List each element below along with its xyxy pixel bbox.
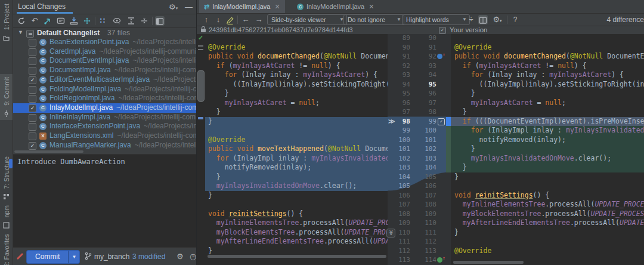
rollback-icon[interactable]: ↶ <box>30 16 39 26</box>
code-line-102: } <box>451 144 644 154</box>
file-row-DocumentEventImpl.java[interactable]: CDocumentEventImpl.java~/IdeaProjects/in… <box>13 56 196 66</box>
history-clock-icon[interactable]: ◷ <box>190 252 196 261</box>
diff-settings-gear-icon[interactable]: ⚙▾ <box>493 15 502 24</box>
file-checkbox[interactable]: ✓ <box>29 76 36 84</box>
commit-dropdown-arrow[interactable]: ▼ <box>68 251 79 263</box>
commit-button-label[interactable]: Commit <box>27 251 68 263</box>
close-icon[interactable]: ✕ <box>369 3 374 11</box>
file-row-LangExtensions.xml[interactable]: XLangExtensions.xml~/IdeaProjects/intell… <box>13 131 196 141</box>
file-row-FoldingModelImpl.java[interactable]: CFoldingModelImpl.java~/IdeaProjects/int… <box>13 85 196 94</box>
changelist-comment-icon[interactable] <box>56 16 66 26</box>
file-row-BeanExtensionPoint.java[interactable]: CBeanExtensionPoint.java~/IdeaProjects/i… <box>13 38 196 47</box>
overriding-method-icon[interactable] <box>437 54 442 59</box>
line-number: 91 <box>388 52 410 61</box>
hide-panel-icon[interactable]: — <box>185 2 193 11</box>
code-cleanup-brush-icon[interactable] <box>17 253 23 260</box>
tab-diff-inlaymodelimpl[interactable]: ⇄ InlayModelImpl.java ✕ <box>199 0 285 13</box>
line-number: 103 <box>415 154 436 164</box>
inspections-ok-icon: ✓ <box>198 34 203 42</box>
refresh-icon[interactable] <box>17 16 26 26</box>
stripe-commit-label: 9: Commit <box>3 77 10 106</box>
stripe-item-project[interactable]: 1: Project <box>0 4 13 41</box>
differences-count: 4 differences <box>607 16 644 24</box>
stripe-item-npm[interactable]: npm <box>0 205 13 229</box>
jump-to-source-pencil-icon[interactable] <box>225 15 235 24</box>
details-panel-icon[interactable] <box>155 16 165 26</box>
show-diff-icon[interactable] <box>43 16 52 26</box>
local-changes-panel: Local Changes ⚙▾ — ↶ ∷ <box>13 0 197 265</box>
file-row-InlayModelImpl.java[interactable]: ✓CInlayModelImpl.java~/IdeaProjects/inte… <box>13 103 196 113</box>
file-checkbox[interactable]: ✓ <box>29 142 36 150</box>
tab-local-changes[interactable]: Local Changes <box>18 2 66 11</box>
next-difference-divider-icon[interactable]: ≫ <box>386 229 395 238</box>
commit-message-editor[interactable]: Introduce DumbAwareAction <box>13 154 196 248</box>
file-checkbox[interactable] <box>29 39 36 47</box>
file-row-CaretImpl.java[interactable]: CCaretImpl.java~/IdeaProjects/intellij-c… <box>13 47 196 57</box>
previous-difference-icon[interactable]: ← <box>241 15 250 24</box>
close-icon[interactable]: ✕ <box>274 3 280 11</box>
java-class-icon: C <box>39 142 47 149</box>
file-checkbox[interactable] <box>29 132 36 140</box>
implementing-method-icon[interactable] <box>437 257 442 263</box>
file-checkbox[interactable] <box>29 114 36 122</box>
modified-count[interactable]: 3 modified <box>132 252 165 261</box>
code-line-113: @Override <box>451 246 644 256</box>
file-row-EditorEventMulticasterImpl.java[interactable]: ✓CEditorEventMulticasterImpl.java~/IdeaP… <box>13 75 196 85</box>
npm-icon <box>3 222 10 229</box>
code-line-89 <box>205 34 388 43</box>
move-to-changelist-icon[interactable] <box>82 16 92 26</box>
help-icon[interactable]: ? <box>510 15 520 24</box>
file-checkbox[interactable] <box>29 123 36 131</box>
settings-gear-icon[interactable]: ⚙ <box>177 252 184 261</box>
right-horizontal-scrollbar[interactable] <box>453 261 524 264</box>
previous-change-icon[interactable]: ↑ <box>202 15 211 24</box>
right-editor[interactable]: @Overridepublic void documentChanged(@No… <box>451 34 644 265</box>
file-checkbox[interactable]: ✓ <box>29 104 36 112</box>
sync-panels-icon[interactable] <box>478 15 488 24</box>
java-class-icon: C <box>39 123 47 130</box>
left-editor-scroll-stripe[interactable]: ✓ <box>197 34 205 265</box>
file-row-FoldRegionImpl.java[interactable]: CFoldRegionImpl.java~/IdeaProjects/intel… <box>13 94 196 103</box>
viewer-mode-dropdown[interactable]: Side-by-side viewer▼ <box>267 14 347 25</box>
branch-name[interactable]: my_branch <box>94 252 129 261</box>
stripe-item-favorites[interactable]: 2: Favorites ★ <box>0 234 13 265</box>
file-name: CaretImpl.java~/IdeaProjects/intellij-co… <box>49 47 196 57</box>
stripe-item-commit[interactable]: 9: Commit <box>0 74 13 120</box>
collapse-unchanged-icon[interactable]: ÷ <box>466 15 476 24</box>
tab-file-inlaymodelimpl[interactable]: C InlayModelImpl.java ✕ <box>292 0 379 13</box>
left-horizontal-scrollbar[interactable] <box>208 255 386 258</box>
commit-button[interactable]: Commit ▼ <box>26 250 80 264</box>
left-editor[interactable]: @Overridepublic void documentChanged(@No… <box>205 34 388 265</box>
file-checkbox[interactable] <box>29 86 36 94</box>
file-row-InlineInlayImpl.java[interactable]: CInlineInlayImpl.java~/IdeaProjects/inte… <box>13 113 196 122</box>
file-checkbox[interactable] <box>29 95 36 103</box>
shelve-icon[interactable] <box>69 16 79 26</box>
code-line-106: } <box>205 191 388 201</box>
preview-diff-icon[interactable] <box>112 16 122 26</box>
file-checkbox[interactable] <box>29 48 36 56</box>
collapse-all-icon[interactable] <box>140 16 149 26</box>
highlight-policy-dropdown[interactable]: Highlight words▼ <box>402 14 470 25</box>
group-by-icon[interactable]: ∷ <box>98 16 107 26</box>
panel-settings-gear-icon[interactable]: ⚙▾ <box>169 2 178 11</box>
changes-tree[interactable]: ▼ Default Changelist 37 files CBeanExten… <box>13 27 196 154</box>
changelist-row[interactable]: ▼ Default Changelist 37 files <box>13 29 196 38</box>
next-change-icon[interactable]: ↓ <box>213 15 223 24</box>
next-difference-icon[interactable]: → <box>254 15 264 24</box>
file-checkbox[interactable] <box>29 67 36 75</box>
commit-message-text: Introduce DumbAwareAction <box>17 158 125 166</box>
file-row-InterfaceExtensionPoint.java[interactable]: CInterfaceExtensionPoint.java~/IdeaProje… <box>13 122 196 131</box>
file-row-ManualRangeMarker.java[interactable]: ✓CManualRangeMarker.java~/IdeaProjects/i… <box>13 141 196 150</box>
file-row-DocumentImpl.java[interactable]: CDocumentImpl.java~/IdeaProjects/intelli… <box>13 66 196 75</box>
changelist-checkbox[interactable] <box>26 30 34 38</box>
chevron-down-icon[interactable]: ▼ <box>18 29 23 35</box>
file-checkbox[interactable] <box>29 57 36 65</box>
expand-all-icon[interactable] <box>126 16 136 26</box>
your-version-checkbox[interactable]: ✓ <box>439 27 446 34</box>
code-line-105: } <box>451 172 644 182</box>
include-change-checkbox[interactable]: ✓ <box>438 118 445 125</box>
vertical-scrollbar-thumb[interactable] <box>197 70 205 102</box>
ignore-policy-dropdown[interactable]: Do not ignore▼ <box>343 14 404 25</box>
folder-icon <box>3 35 10 41</box>
tree-horizontal-scrollbar[interactable] <box>14 150 83 153</box>
